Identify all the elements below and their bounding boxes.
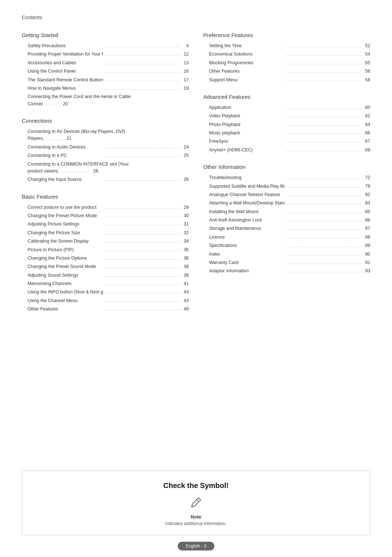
toc-list-basic-features: Correct posture to use the product 29 Ch… (22, 203, 189, 314)
section-preference-features: Preference Features Setting the Time 52 … (203, 32, 370, 84)
toc-item: Storage and Maintenance 87 (203, 224, 370, 233)
section-heading-other-information: Other Information (203, 164, 370, 170)
symbol-box: Check the Symbol! Note Indicates additio… (22, 470, 370, 535)
toc-item: Setting the Time 52 (203, 42, 370, 50)
toc-item: Adjusting Sound Settings 39 (22, 271, 189, 280)
toc-item: Other Features 56 (203, 67, 370, 76)
toc-item: Correct posture to use the product 29 (22, 203, 189, 212)
toc-item: Anti-theft Kensington Lock 86 (203, 216, 370, 224)
toc-item: Using the Control Panel 16 (22, 67, 189, 76)
toc-item: Economical Solutions 54 (203, 50, 370, 58)
toc-item: Adjusting Picture Settings 31 (22, 220, 189, 228)
section-basic-features: Basic Features Correct posture to use th… (22, 194, 189, 314)
toc-item: Accessories and Cables 13 (22, 59, 189, 67)
section-connections: Connections Connecting to AV Devices (Bl… (22, 118, 189, 184)
toc-item: Calibrating the Screen Display 34 (22, 237, 189, 245)
section-advanced-features: Advanced Features Application 60 Video P… (203, 94, 370, 154)
toc-list-other-information: Troubleshooting 72 Supported Subtitle an… (203, 174, 370, 276)
toc-list-getting-started: Safety Precautions 4 Providing Proper Ve… (22, 42, 189, 108)
left-column: Getting Started Safety Precautions 4 Pro… (22, 32, 189, 323)
toc-item: FreeSync 67 (203, 137, 370, 146)
toc-item: Index 90 (203, 250, 370, 259)
toc-item: Memorising Channels 41 (22, 280, 189, 288)
toc-item: Changing the Picture Options 36 (22, 254, 189, 263)
toc-item: Connecting to Audio Devices 24 (22, 143, 189, 151)
toc-item: Blocking Programmes 55 (203, 59, 370, 67)
toc-list-connections: Connecting to AV Devices (Blu-ray Player… (22, 127, 189, 184)
right-column: Preference Features Setting the Time 52 … (203, 32, 370, 323)
section-other-information: Other Information Troubleshooting 72 Sup… (203, 164, 370, 276)
toc-item: Troubleshooting 72 (203, 174, 370, 182)
section-heading-basic-features: Basic Features (22, 194, 189, 200)
symbol-note-desc: Indicates additional information. (37, 521, 355, 526)
section-heading-connections: Connections (22, 118, 189, 124)
toc-item: Supported Subtitle and Media Play file f… (203, 182, 370, 191)
toc-list-advanced-features: Application 60 Video Playback 62 Photo P… (203, 103, 370, 154)
toc-item: Analogue Channel Teletext Feature 82 (203, 191, 370, 199)
toc-item: Using the Channel Menu 43 (22, 297, 189, 305)
toc-item: Connecting to a COMMON INTERFACE slot (Y… (22, 160, 189, 176)
page-title: Contents (22, 15, 370, 22)
section-heading-advanced-features: Advanced Features (203, 94, 370, 100)
toc-item: How to Navigate Menus 19 (22, 84, 189, 93)
footer-badge: English - 3 (178, 542, 215, 550)
toc-item: Using the INFO button (Now & Next guide)… (22, 288, 189, 296)
toc-item: Changing the Preset Sound Mode 38 (22, 263, 189, 271)
toc-list-preference-features: Setting the Time 52 Economical Solutions… (203, 42, 370, 84)
toc-item: Safety Precautions 4 (22, 42, 189, 50)
toc-item: Application 60 (203, 103, 370, 112)
toc-item: Specifications 89 (203, 241, 370, 250)
toc-item: The Standard Remote Control Buttons 17 (22, 76, 189, 84)
section-heading-getting-started: Getting Started (22, 32, 189, 38)
section-heading-preference-features: Preference Features (203, 32, 370, 38)
toc-item: Changing the Preset Picture Mode 30 (22, 212, 189, 220)
toc-item: Video Playback 62 (203, 112, 370, 120)
toc-item: Adaptor information 93 (203, 267, 370, 275)
toc-item: Licence 88 (203, 233, 370, 241)
toc-item: Photo Playback 64 (203, 121, 370, 129)
pencil-icon (189, 496, 203, 511)
toc-item: Providing Proper Ventilation for Your Pr… (22, 50, 189, 58)
section-getting-started: Getting Started Safety Precautions 4 Pro… (22, 32, 189, 108)
toc-item: Connecting the Power Cord and the Aerial… (22, 93, 189, 108)
toc-item: Changing the Picture Size 32 (22, 229, 189, 237)
toc-item: Other Features 49 (22, 305, 189, 313)
toc-item: Connecting to AV Devices (Blu-ray Player… (22, 127, 189, 143)
toc-item: Changing the Input Source 28 (22, 175, 189, 184)
toc-item: Connecting to a PC 25 (22, 151, 189, 160)
toc-item: Support Menu 58 (203, 76, 370, 84)
toc-item: Attaching a Wall Mount/Desktop Stand 83 (203, 199, 370, 207)
toc-item: Music playback 66 (203, 129, 370, 137)
toc-item: Installing the Wall Mount 85 (203, 208, 370, 216)
toc-item: Anynet+ (HDMI-CEC) 69 (203, 146, 370, 154)
toc-item: Picture In Picture (PIP) 35 (22, 246, 189, 254)
symbol-box-title: Check the Symbol! (37, 481, 355, 490)
toc-item: Warranty Card 91 (203, 259, 370, 267)
symbol-note-label: Note (37, 514, 355, 520)
